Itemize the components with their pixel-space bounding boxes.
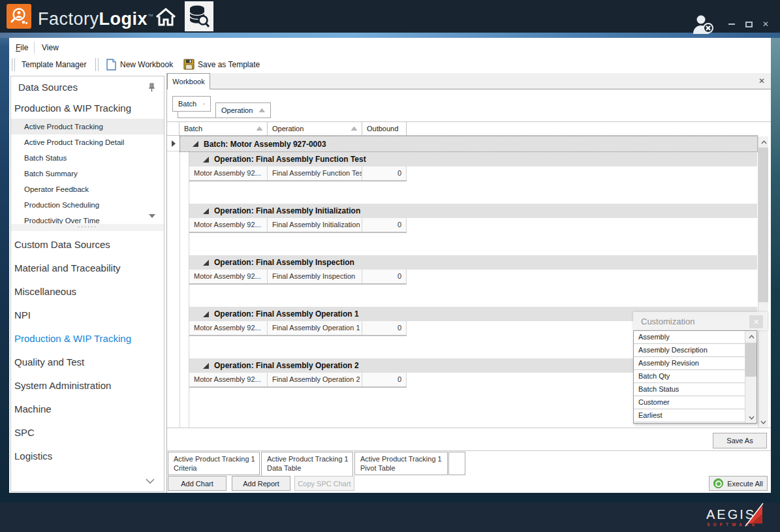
- tab-workbook[interactable]: Workbook: [167, 73, 210, 89]
- sidebar-dropdown-arrow-icon[interactable]: [149, 214, 155, 218]
- customization-close-button[interactable]: ✕: [749, 315, 763, 328]
- customization-field-assembly[interactable]: Assembly: [634, 331, 745, 344]
- tab-pivot-table-line1: Active Product Tracking 1: [360, 454, 447, 463]
- copy-spc-chart-button[interactable]: Copy SPC Chart: [294, 476, 354, 491]
- column-header-operation[interactable]: Operation: [268, 122, 362, 136]
- operation-group-row[interactable]: Operation: Final Assembly Inspection: [189, 255, 757, 270]
- chevron-up-icon: [761, 140, 767, 144]
- tab-data-table-line1: Active Product Tracking 1: [267, 454, 352, 463]
- save-as-button[interactable]: Save As: [713, 433, 767, 448]
- table-row[interactable]: Motor Assembly 92... Final Assembly Insp…: [189, 270, 407, 285]
- cell-operation: Final Assembly Function Test: [268, 166, 362, 180]
- column-header-outbound[interactable]: Outbound: [362, 122, 407, 136]
- menu-file[interactable]: File: [12, 40, 32, 55]
- maximize-button[interactable]: [743, 20, 755, 29]
- category-machine[interactable]: Machine: [11, 398, 164, 421]
- customization-title: Customization: [641, 317, 694, 326]
- data-analysis-button[interactable]: [185, 1, 213, 31]
- customization-field-assembly-revision[interactable]: Assembly Revision: [634, 357, 745, 370]
- customization-popup-header[interactable]: Customization: [633, 312, 768, 330]
- close-window-button[interactable]: ✕: [760, 20, 772, 29]
- home-button[interactable]: [153, 5, 179, 29]
- chevron-down-icon: [749, 416, 755, 420]
- category-custom-data-sources[interactable]: Custom Data Sources: [11, 233, 164, 257]
- tab-criteria[interactable]: Active Product Tracking 1 Criteria: [168, 452, 260, 475]
- group-chip-operation[interactable]: Operation: [215, 102, 271, 118]
- customization-scroll-up-button[interactable]: [745, 331, 757, 342]
- operation-group-label: Operation: Final Assembly Initialization: [214, 206, 360, 215]
- sidebar-item-batch-summary[interactable]: Batch Summary: [11, 166, 164, 181]
- table-row[interactable]: Motor Assembly 92... Final Assembly Func…: [189, 166, 407, 181]
- customization-field-customer[interactable]: Customer: [634, 396, 745, 409]
- cell-operation: Final Assembly Initialization: [268, 218, 362, 232]
- tab-pivot-table[interactable]: Active Product Tracking 1 Pivot Table: [354, 452, 448, 475]
- save-as-label: Save As: [726, 437, 753, 445]
- menu-file-rest: ile: [20, 43, 28, 52]
- operation-group-row[interactable]: Operation: Final Assembly Initialization: [189, 204, 757, 218]
- customization-field-batch-qty[interactable]: Batch Qty: [634, 370, 745, 383]
- add-chart-button[interactable]: Add Chart: [168, 476, 226, 491]
- category-quality-and-test[interactable]: Quality and Test: [11, 351, 164, 374]
- application-window: FactoryLogix™: [0, 0, 780, 532]
- execute-all-button[interactable]: Execute All: [709, 476, 768, 491]
- data-sources-title: Data Sources: [18, 78, 78, 97]
- workbook-close-button[interactable]: ✕: [756, 75, 768, 87]
- sidebar-item-batch-status[interactable]: Batch Status: [11, 150, 164, 166]
- app-title-factory: Factory: [38, 9, 99, 29]
- sidebar-scroll-splitter[interactable]: ······: [11, 224, 164, 231]
- column-header-batch[interactable]: Batch: [179, 122, 268, 136]
- save-as-template-button[interactable]: Save as Template: [198, 57, 260, 72]
- cell-batch: Motor Assembly 92...: [189, 218, 268, 232]
- table-row[interactable]: Motor Assembly 92... Final Assembly Init…: [189, 218, 407, 233]
- tab-data-table[interactable]: Active Product Tracking 1 Data Table: [261, 452, 353, 477]
- chevron-up-icon: [749, 335, 755, 339]
- scrollbar-up-button[interactable]: [758, 136, 769, 148]
- add-report-button[interactable]: Add Report: [232, 476, 290, 491]
- sidebar-item-active-product-tracking-detail[interactable]: Active Product Tracking Detail: [11, 134, 164, 150]
- maximize-icon: [745, 22, 753, 27]
- tab-stub[interactable]: [448, 452, 465, 475]
- pin-icon[interactable]: [148, 83, 155, 95]
- template-manager-button[interactable]: Template Manager: [22, 57, 86, 72]
- group-chip-operation-label: Operation: [221, 106, 253, 114]
- sidebar-group-production-wip[interactable]: Production & WIP Tracking: [14, 99, 131, 117]
- factorylogix-logo-icon: [7, 4, 31, 29]
- sidebar-collapse-chevron-icon[interactable]: [145, 475, 155, 487]
- category-miscellaneous[interactable]: Miscellaneous: [11, 280, 164, 304]
- category-production-wip-tracking[interactable]: Production & WIP Tracking: [11, 327, 164, 351]
- operation-group-row[interactable]: Operation: Final Assembly Function Test: [189, 152, 757, 166]
- minimize-button[interactable]: [726, 20, 738, 29]
- table-row[interactable]: Motor Assembly 92... Final Assembly Oper…: [189, 321, 407, 336]
- scrollbar-down-button[interactable]: [758, 416, 768, 428]
- sort-asc-icon: [203, 102, 205, 106]
- collapse-group-icon: [203, 311, 209, 317]
- operation-group-label: Operation: Final Assembly Operation 1: [214, 309, 359, 319]
- column-header-outbound-label: Outbound: [367, 125, 398, 133]
- collapse-group-icon: [203, 363, 209, 369]
- toolbar-grip[interactable]: [12, 58, 15, 71]
- customization-field-earliest[interactable]: Earliest: [634, 409, 745, 422]
- customization-field-assembly-description[interactable]: Assembly Description: [634, 344, 745, 357]
- table-row[interactable]: Motor Assembly 92... Final Assembly Oper…: [189, 373, 407, 388]
- group-chip-batch[interactable]: Batch: [172, 96, 211, 112]
- category-logistics[interactable]: Logistics: [11, 445, 164, 468]
- customization-scroll-down-button[interactable]: [745, 412, 757, 423]
- customization-field-batch-status[interactable]: Batch Status: [634, 383, 745, 396]
- new-workbook-button[interactable]: New Workbook: [120, 57, 173, 72]
- group-chip-batch-label: Batch: [178, 100, 196, 108]
- app-title-logix: Logix: [99, 9, 148, 29]
- sidebar-item-operator-feedback[interactable]: Operator Feedback: [11, 181, 164, 197]
- customization-scrollbar-thumb[interactable]: [745, 343, 757, 377]
- sidebar-item-active-product-tracking[interactable]: Active Product Tracking: [11, 119, 164, 134]
- category-material-and-traceability[interactable]: Material and Traceability: [11, 257, 164, 280]
- menu-view[interactable]: View: [38, 40, 63, 55]
- execute-all-label: Execute All: [727, 480, 762, 488]
- category-spc[interactable]: SPC: [11, 421, 164, 445]
- user-logout-button[interactable]: [691, 14, 717, 34]
- toolbar-grip-2[interactable]: [95, 58, 99, 71]
- scrollbar-thumb[interactable]: [758, 148, 768, 302]
- sidebar-item-production-scheduling[interactable]: Production Scheduling: [11, 197, 164, 213]
- category-system-administration[interactable]: System Administration: [11, 374, 164, 398]
- category-npi[interactable]: NPI: [11, 304, 164, 327]
- batch-group-row[interactable]: Batch: Motor Assembly 927-0003: [180, 136, 757, 151]
